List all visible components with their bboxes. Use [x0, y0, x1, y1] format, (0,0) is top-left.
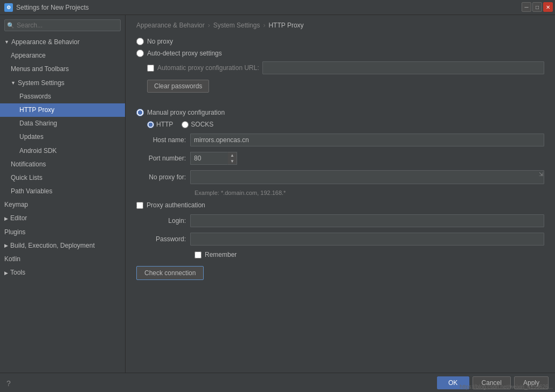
sidebar: 🔍 ▼ Appearance & Behavior Appearance Men…: [0, 15, 126, 373]
breadcrumb-sep-2: ›: [263, 22, 265, 29]
sidebar-item-keymap[interactable]: Keymap: [0, 198, 125, 212]
login-row: Login:: [136, 214, 544, 227]
auto-detect-row: Auto-detect proxy settings: [136, 50, 544, 57]
clear-passwords-row: Clear passwords: [147, 80, 544, 101]
expand-arrow-build: ▶: [4, 242, 8, 249]
login-input[interactable]: [190, 214, 544, 227]
sidebar-item-passwords[interactable]: Passwords: [0, 90, 125, 103]
port-number-input[interactable]: [190, 152, 228, 165]
expand-arrow-editor: ▶: [4, 215, 8, 222]
no-proxy-for-row: No proxy for: ⇲: [136, 170, 544, 184]
sidebar-item-data-sharing[interactable]: Data Sharing: [0, 117, 125, 130]
no-proxy-for-wrap: ⇲: [190, 170, 544, 184]
window-title: Settings for New Projects: [16, 4, 89, 11]
auto-detect-radio[interactable]: [136, 50, 144, 57]
search-input[interactable]: [4, 19, 121, 31]
title-bar: ⚙ Settings for New Projects ─ □ ✕: [0, 0, 555, 15]
window-controls: ─ □ ✕: [522, 2, 553, 12]
login-label: Login:: [136, 217, 190, 225]
no-proxy-for-label: No proxy for:: [136, 173, 190, 181]
breadcrumb-current: HTTP Proxy: [268, 22, 303, 29]
http-label[interactable]: HTTP: [156, 121, 173, 128]
no-proxy-row: No proxy: [136, 38, 544, 45]
sidebar-item-updates[interactable]: Updates: [0, 130, 125, 144]
breadcrumb-part-2: System Settings: [213, 22, 260, 29]
example-text: Example: *.domain.com, 192.168.*: [195, 190, 544, 196]
search-box[interactable]: 🔍: [4, 19, 121, 31]
check-connection-row: Check connection: [136, 266, 544, 280]
no-proxy-label[interactable]: No proxy: [147, 38, 173, 45]
sidebar-item-plugins[interactable]: Plugins: [0, 226, 125, 239]
sidebar-item-http-proxy[interactable]: HTTP Proxy: [0, 103, 125, 117]
sidebar-item-quick-lists[interactable]: Quick Lists: [0, 171, 125, 185]
proxy-auth-checkbox[interactable]: [136, 202, 143, 209]
auto-config-checkbox[interactable]: [147, 65, 154, 72]
host-name-row: Host name:: [136, 134, 544, 146]
port-increment-button[interactable]: ▲: [228, 152, 237, 158]
spinner-buttons: ▲ ▼: [228, 152, 237, 165]
expand-arrow-system: ▼: [11, 79, 16, 87]
auto-config-label[interactable]: Automatic proxy configuration URL:: [157, 64, 259, 72]
manual-proxy-radio[interactable]: [136, 109, 144, 116]
sidebar-item-notifications[interactable]: Notifications: [0, 158, 125, 171]
watermark: https://blog.csdn.net/weixin_4159626...: [460, 384, 553, 390]
expand-icon[interactable]: ⇲: [539, 171, 543, 177]
auto-config-row: Automatic proxy configuration URL:: [147, 61, 544, 74]
maximize-button[interactable]: □: [532, 2, 542, 12]
sidebar-item-android-sdk[interactable]: Android SDK: [0, 144, 125, 158]
search-icon: 🔍: [7, 22, 15, 29]
port-spinner[interactable]: ▲ ▼: [190, 152, 237, 165]
http-socks-row: HTTP SOCKS: [136, 121, 544, 128]
sidebar-item-path-variables[interactable]: Path Variables: [0, 185, 125, 198]
breadcrumb: Appearance & Behavior › System Settings …: [136, 22, 544, 29]
main-container: 🔍 ▼ Appearance & Behavior Appearance Men…: [0, 15, 555, 373]
proxy-auth-row: Proxy authentication: [136, 201, 544, 209]
sidebar-item-editor[interactable]: ▶ Editor: [0, 212, 125, 225]
host-name-input[interactable]: [190, 134, 544, 146]
remember-row: Remember: [136, 251, 544, 258]
clear-passwords-button[interactable]: Clear passwords: [147, 80, 209, 93]
password-input[interactable]: [190, 233, 544, 246]
host-name-label: Host name:: [136, 136, 190, 144]
port-number-row: Port number: ▲ ▼: [136, 152, 544, 165]
auto-detect-label[interactable]: Auto-detect proxy settings: [147, 50, 222, 57]
expand-arrow: ▼: [4, 38, 9, 46]
remember-checkbox[interactable]: [195, 251, 202, 258]
http-radio[interactable]: [147, 121, 154, 128]
breadcrumb-part-1: Appearance & Behavior: [136, 22, 205, 29]
close-button[interactable]: ✕: [543, 2, 553, 12]
port-decrement-button[interactable]: ▼: [228, 158, 237, 164]
sidebar-item-appearance-behavior[interactable]: ▼ Appearance & Behavior: [0, 36, 125, 49]
socks-radio[interactable]: [182, 121, 189, 128]
sidebar-item-kotlin[interactable]: Kotlin: [0, 253, 125, 266]
breadcrumb-sep-1: ›: [208, 22, 210, 29]
no-proxy-radio[interactable]: [136, 38, 144, 45]
sidebar-item-system-settings[interactable]: ▼ System Settings: [0, 76, 125, 90]
expand-arrow-tools: ▶: [4, 269, 8, 277]
password-label: Password:: [136, 235, 190, 243]
port-number-label: Port number:: [136, 155, 190, 162]
manual-proxy-label[interactable]: Manual proxy configuration: [147, 109, 225, 116]
proxy-auth-label[interactable]: Proxy authentication: [147, 201, 205, 209]
sidebar-item-menus-toolbars[interactable]: Menus and Toolbars: [0, 62, 125, 76]
sidebar-item-appearance[interactable]: Appearance: [0, 49, 125, 62]
manual-proxy-row: Manual proxy configuration: [136, 109, 544, 116]
app-icon: ⚙: [4, 3, 13, 12]
content-area: Appearance & Behavior › System Settings …: [126, 15, 555, 373]
remember-label[interactable]: Remember: [205, 251, 237, 258]
no-proxy-for-input[interactable]: [190, 170, 544, 184]
socks-label[interactable]: SOCKS: [191, 121, 213, 128]
password-row: Password:: [136, 233, 544, 246]
sidebar-item-build-execution[interactable]: ▶ Build, Execution, Deployment: [0, 239, 125, 253]
minimize-button[interactable]: ─: [522, 2, 531, 12]
auto-config-url-input[interactable]: [262, 61, 544, 74]
help-icon[interactable]: ?: [6, 379, 11, 388]
check-connection-button[interactable]: Check connection: [136, 266, 204, 280]
sidebar-item-tools[interactable]: ▶ Tools: [0, 266, 125, 279]
